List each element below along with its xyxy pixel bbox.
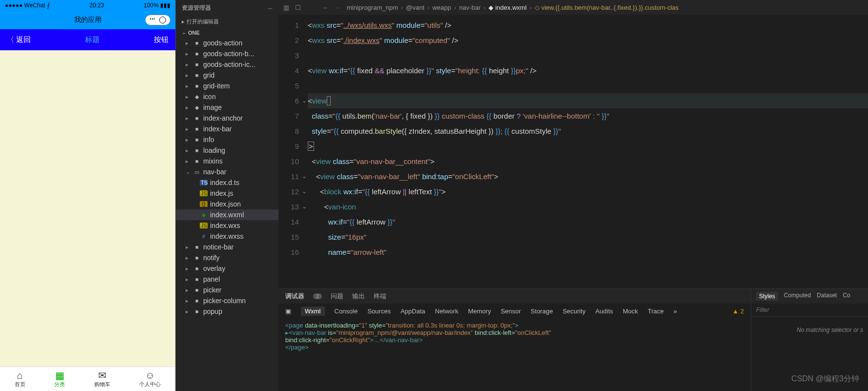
nav-bar-component: 〈 返回 标题 按钮 xyxy=(0,29,175,50)
nav-title: 标题 xyxy=(85,35,100,44)
styletab-more[interactable]: Co xyxy=(843,292,850,301)
grid-icon: ▦ xyxy=(55,370,64,381)
tree-item-picker[interactable]: ▸■picker xyxy=(176,285,278,295)
app-title: 我的应用 xyxy=(74,16,102,24)
tree-item-notice-bar[interactable]: ▸■notice-bar xyxy=(176,242,278,252)
home-icon: ⌂ xyxy=(17,370,23,381)
explorer-more-icon[interactable]: ··· xyxy=(268,5,273,12)
devtools-tabs[interactable]: ▣ Wxml Console Sources AppData Network M… xyxy=(278,304,751,319)
tree-item-overlay[interactable]: ▸■overlay xyxy=(176,263,278,274)
tree-item-goods-action-b-[interactable]: ▸■goods-action-b... xyxy=(176,48,278,59)
tree-item-goods-action[interactable]: ▸■goods-action xyxy=(176,38,278,48)
tree-item-index-wxml[interactable]: ◈index.wxml xyxy=(176,209,278,220)
devtab-sources[interactable]: Sources xyxy=(367,308,391,315)
status-battery: 100% ▮▮▮ xyxy=(144,2,170,9)
tree-item-goods-action-ic-[interactable]: ▸■goods-action-ic... xyxy=(176,59,278,70)
tab-debugger[interactable]: 调试器 xyxy=(285,292,304,301)
tree-item-picker-column[interactable]: ▸■picker-column xyxy=(176,295,278,306)
dom-inspector[interactable]: <page data-insertloading="1" style="tran… xyxy=(278,319,751,391)
devtab-sensor[interactable]: Sensor xyxy=(501,308,521,315)
tree-item-index-bar[interactable]: ▸■index-bar xyxy=(176,123,278,134)
tree-item-index-json[interactable]: {}index.json xyxy=(176,199,278,209)
no-match-text: No matching selector or s xyxy=(751,317,868,343)
devtabs-more-icon[interactable]: » xyxy=(674,308,677,315)
tab-problems[interactable]: 问题 xyxy=(331,292,343,301)
project-root[interactable]: ⌄ONE xyxy=(176,27,278,38)
tab-category[interactable]: ▦分类 xyxy=(54,370,65,388)
styletab-styles[interactable]: Styles xyxy=(756,292,778,301)
tree-item-icon[interactable]: ▸◆icon xyxy=(176,91,278,102)
debug-badge: 2 xyxy=(313,293,322,299)
devtab-memory[interactable]: Memory xyxy=(468,308,491,315)
tree-item-index-js[interactable]: JSindex.js xyxy=(176,188,278,199)
tree-item-index-wxss[interactable]: #index.wxss xyxy=(176,231,278,242)
tree-item-popup[interactable]: ▸■popup xyxy=(176,306,278,317)
tab-home[interactable]: ⌂首页 xyxy=(15,370,25,388)
nav-back-icon[interactable]: ← xyxy=(322,4,329,11)
nav-right-button[interactable]: 按钮 xyxy=(154,35,169,44)
tree-item-nav-bar[interactable]: ⌄▭nav-bar xyxy=(176,166,278,177)
devtab-audits[interactable]: Audits xyxy=(595,308,613,315)
tree-item-panel[interactable]: ▸■panel xyxy=(176,274,278,285)
cart-icon: ✉ xyxy=(98,370,106,381)
tab-output[interactable]: 输出 xyxy=(352,292,365,301)
tab-bar: ⌂首页 ▦分类 ✉购物车 ☺个人中心 xyxy=(0,367,175,391)
tree-item-image[interactable]: ▸◆image xyxy=(176,102,278,113)
tree-item-index-anchor[interactable]: ▸■index-anchor xyxy=(176,113,278,123)
tab-cart[interactable]: ✉购物车 xyxy=(94,370,110,388)
bottom-panel: 调试器 2 问题 输出 终端 ▣ Wxml Console Sources Ap… xyxy=(278,288,868,391)
devtab-wxml[interactable]: Wxml xyxy=(301,307,325,316)
watermark: CSDN @编程3分钟 xyxy=(791,374,859,384)
styles-filter[interactable]: Filter xyxy=(751,304,868,317)
nav-forward-icon[interactable]: → xyxy=(335,4,341,11)
tree-item-index-d-ts[interactable]: TSindex.d.ts xyxy=(176,177,278,188)
devtab-storage[interactable]: Storage xyxy=(530,308,553,315)
tree-item-index-wxs[interactable]: JSindex.wxs xyxy=(176,220,278,231)
editor-area: ▥ ☐ ← → miniprogram_npm› @vant› weapp› n… xyxy=(278,0,868,391)
tree-item-loading[interactable]: ▸■loading xyxy=(176,145,278,156)
explorer-title: 资源管理器 xyxy=(182,4,211,12)
file-tree[interactable]: ▸■goods-action▸■goods-action-b...▸■goods… xyxy=(176,38,278,391)
editor-toolbar: ▥ ☐ ← → miniprogram_npm› @vant› weapp› n… xyxy=(278,0,868,15)
phone-status-bar: ●●●●● WeChat ⨍ 20:23 100% ▮▮▮ xyxy=(0,0,175,11)
tab-profile[interactable]: ☺个人中心 xyxy=(139,370,161,388)
devtab-security[interactable]: Security xyxy=(563,308,586,315)
tree-item-notify[interactable]: ▸■notify xyxy=(176,252,278,263)
status-time: 20:23 xyxy=(89,2,104,9)
devtab-appdata[interactable]: AppData xyxy=(401,308,425,315)
tree-item-grid-item[interactable]: ▸■grid-item xyxy=(176,81,278,91)
user-icon: ☺ xyxy=(145,370,155,381)
panel-tabs[interactable]: 调试器 2 问题 输出 终端 xyxy=(278,289,751,304)
open-editors-section[interactable]: ▸打开的编辑器 xyxy=(176,16,278,27)
styles-tabs[interactable]: Styles Computed Dataset Co xyxy=(751,289,868,304)
bookmark-icon[interactable]: ☐ xyxy=(295,4,301,11)
tree-item-info[interactable]: ▸■info xyxy=(176,134,278,145)
explorer-panel: 资源管理器 ··· ▸打开的编辑器 ⌄ONE ▸■goods-action▸■g… xyxy=(176,0,278,391)
devtab-trace[interactable]: Trace xyxy=(648,308,664,315)
status-carrier: ●●●●● WeChat ⨍ xyxy=(5,2,50,9)
nav-back[interactable]: 〈 返回 xyxy=(7,35,31,44)
phone-preview: ●●●●● WeChat ⨍ 20:23 100% ▮▮▮ 我的应用 ··· 〈… xyxy=(0,0,176,391)
page-content xyxy=(0,50,175,367)
breadcrumb[interactable]: miniprogram_npm› @vant› weapp› nav-bar› … xyxy=(347,4,678,11)
tab-terminal[interactable]: 终端 xyxy=(374,292,386,301)
layout-icon[interactable]: ▥ xyxy=(283,4,289,11)
styletab-computed[interactable]: Computed xyxy=(784,292,811,301)
capsule-button[interactable]: ··· xyxy=(145,15,170,25)
devtab-console[interactable]: Console xyxy=(335,308,358,315)
tree-item-grid[interactable]: ▸■grid xyxy=(176,70,278,81)
styletab-dataset[interactable]: Dataset xyxy=(817,292,837,301)
phone-app-bar: 我的应用 ··· xyxy=(0,11,175,29)
tree-item-mixins[interactable]: ▸■mixins xyxy=(176,156,278,166)
inspect-icon[interactable]: ▣ xyxy=(285,308,291,315)
devtab-network[interactable]: Network xyxy=(435,308,459,315)
warning-count[interactable]: ▲ 2 xyxy=(732,308,744,315)
devtab-mock[interactable]: Mock xyxy=(623,308,638,315)
code-editor[interactable]: 12345678910111213141516 <wxs src="../wxs… xyxy=(278,15,868,288)
